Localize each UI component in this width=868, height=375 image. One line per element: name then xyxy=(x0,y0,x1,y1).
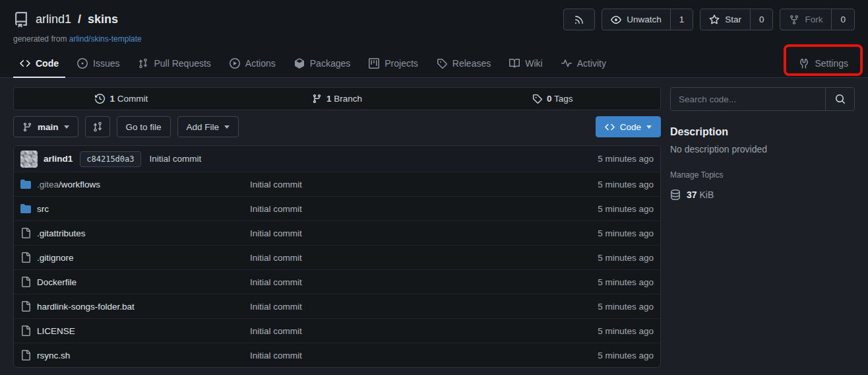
tag-icon xyxy=(532,94,542,104)
repo-size-unit: KiB xyxy=(699,189,714,200)
avatar[interactable] xyxy=(20,151,38,168)
entry-commit-message[interactable]: Initial commit xyxy=(250,277,598,287)
tab-code[interactable]: Code xyxy=(13,50,65,77)
issue-opened-icon xyxy=(77,58,88,69)
entry-commit-message[interactable]: Initial commit xyxy=(250,326,598,336)
entry-name: rsync.sh xyxy=(37,351,70,360)
description-heading: Description xyxy=(670,126,855,138)
code-download-button[interactable]: Code xyxy=(596,116,661,137)
forks-count[interactable]: 0 xyxy=(831,9,854,30)
file-icon xyxy=(20,277,31,287)
commit-hash-link[interactable]: c84215d0a3 xyxy=(80,151,140,167)
table-row: Dockerfile Initial commit 5 minutes ago xyxy=(14,269,660,294)
repo-toolbar: main Go to file Add File Code xyxy=(13,116,661,137)
go-to-file-button[interactable]: Go to file xyxy=(117,116,171,137)
entry-link[interactable]: Dockerfile xyxy=(20,277,250,287)
tags-link[interactable]: 0 Tags xyxy=(445,88,660,110)
entry-name: .gitattributes xyxy=(37,228,86,238)
repo-action-buttons: Unwatch 1 Star 0 Fork xyxy=(563,9,855,30)
entry-link[interactable]: src xyxy=(20,203,250,214)
entry-link[interactable]: .gitattributes xyxy=(20,228,250,238)
tab-pull-requests[interactable]: Pull Requests xyxy=(131,50,217,77)
entry-commit-message[interactable]: Initial commit xyxy=(250,351,598,360)
tab-packages[interactable]: Packages xyxy=(288,50,357,77)
chevron-down-icon xyxy=(64,125,69,129)
tab-wiki[interactable]: Wiki xyxy=(503,50,549,77)
git-pull-request-icon xyxy=(138,58,148,69)
watchers-count[interactable]: 1 xyxy=(670,9,693,30)
tab-projects[interactable]: Projects xyxy=(362,50,425,77)
entry-name-prefix: .gitea xyxy=(37,180,59,189)
tab-settings[interactable]: Settings xyxy=(792,50,855,77)
add-file-button[interactable]: Add File xyxy=(177,116,239,137)
repo-name-link[interactable]: skins xyxy=(88,13,118,26)
file-icon xyxy=(20,228,31,238)
table-row: LICENSE Initial commit 5 minutes ago xyxy=(14,318,660,343)
tab-releases[interactable]: Releases xyxy=(430,50,497,77)
repo-owner-link[interactable]: arlind1 xyxy=(36,13,71,26)
tab-label: Releases xyxy=(452,58,491,69)
search-button[interactable] xyxy=(825,88,854,110)
chevron-down-icon xyxy=(646,125,652,129)
entry-link[interactable]: hardlink-songs-folder.bat xyxy=(20,301,250,312)
entry-commit-message[interactable]: Initial commit xyxy=(250,302,598,312)
branches-link[interactable]: 1 Branch xyxy=(230,88,445,110)
file-icon xyxy=(20,252,31,263)
commit-author-link[interactable]: arlind1 xyxy=(44,154,73,164)
search-icon xyxy=(835,94,846,104)
tab-issues[interactable]: Issues xyxy=(71,50,126,77)
manage-topics-link[interactable]: Manage Topics xyxy=(670,170,855,180)
compare-branches-button[interactable] xyxy=(85,116,110,137)
tab-label: Pull Requests xyxy=(154,58,210,69)
rss-button[interactable] xyxy=(563,9,595,30)
tab-label: Settings xyxy=(815,58,848,69)
star-button[interactable]: Star xyxy=(700,9,750,30)
repo-icon xyxy=(13,12,29,28)
play-circle-icon xyxy=(230,58,240,69)
tab-label: Wiki xyxy=(525,58,542,69)
commit-count: 1 xyxy=(109,94,115,104)
repo-size: 37 KiB xyxy=(670,189,855,200)
tag-count: 0 xyxy=(547,94,552,104)
stars-count[interactable]: 0 xyxy=(750,9,773,30)
code-search-box xyxy=(670,87,855,111)
repo-header: arlind1 / skins Unwatch 1 xyxy=(0,0,868,78)
folder-icon xyxy=(20,203,31,214)
fork-label: Fork xyxy=(805,15,822,24)
commit-message-link[interactable]: Initial commit xyxy=(150,154,202,164)
code-icon xyxy=(20,58,30,69)
branch-count-label: Branch xyxy=(334,94,362,104)
table-row: src Initial commit 5 minutes ago xyxy=(14,196,660,221)
tab-activity[interactable]: Activity xyxy=(555,50,613,77)
template-repo-link[interactable]: arlind/skins-template xyxy=(69,34,142,44)
code-button-label: Code xyxy=(620,122,641,132)
repo-size-value: 37 xyxy=(687,189,697,200)
entry-commit-message[interactable]: Initial commit xyxy=(250,228,598,238)
table-row: hardlink-songs-folder.bat Initial commit… xyxy=(14,294,660,318)
fork-button[interactable]: Fork xyxy=(780,9,831,30)
git-branch-icon xyxy=(312,94,322,104)
entry-commit-message[interactable]: Initial commit xyxy=(250,204,598,214)
entry-link[interactable]: LICENSE xyxy=(20,325,250,336)
unwatch-label: Unwatch xyxy=(627,15,662,24)
search-input[interactable] xyxy=(671,88,825,110)
table-row: .gitignore Initial commit 5 minutes ago xyxy=(14,245,660,269)
repo-summary-bar: 1 Commit 1 Branch 0 Tags xyxy=(13,87,661,110)
entry-link[interactable]: .gitea/workflows xyxy=(20,179,250,189)
entry-commit-message[interactable]: Initial commit xyxy=(250,253,598,263)
commits-link[interactable]: 1 Commit xyxy=(14,88,230,110)
tab-label: Packages xyxy=(310,58,350,69)
entry-link[interactable]: rsync.sh xyxy=(20,350,250,360)
entry-commit-message[interactable]: Initial commit xyxy=(250,180,598,189)
branch-selector[interactable]: main xyxy=(13,116,78,137)
repo-title: arlind1 / skins xyxy=(13,12,118,28)
tab-actions[interactable]: Actions xyxy=(223,50,282,77)
repo-nav-tabs: Code Issues Pull Requests Actions Packag… xyxy=(13,50,855,77)
entry-link[interactable]: .gitignore xyxy=(20,252,250,263)
entry-time: 5 minutes ago xyxy=(598,228,654,238)
latest-commit-row: arlind1 c84215d0a3 Initial commit 5 minu… xyxy=(14,146,660,172)
commit-count-label: Commit xyxy=(117,94,148,104)
tag-count-label: Tags xyxy=(554,94,573,104)
tab-label: Actions xyxy=(245,58,276,69)
unwatch-button[interactable]: Unwatch xyxy=(602,9,670,30)
